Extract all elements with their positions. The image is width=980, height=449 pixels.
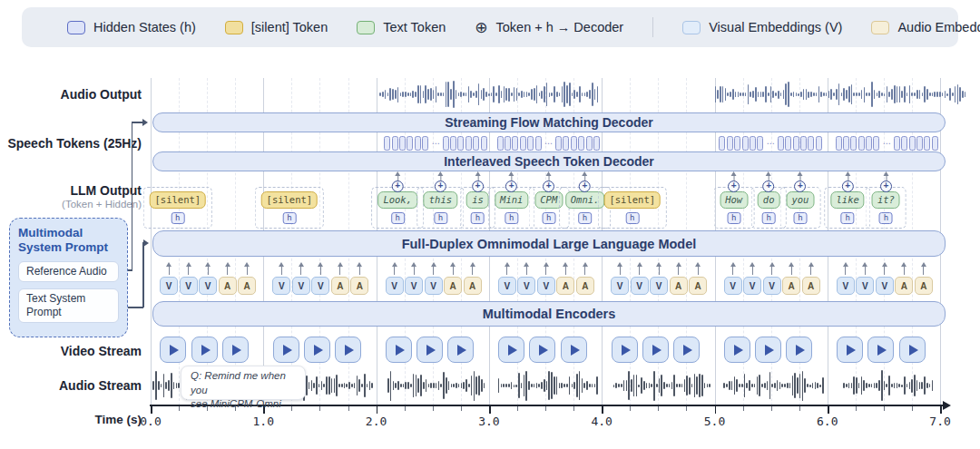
token-pill: Look,	[377, 191, 417, 209]
embedding-cell: V	[405, 262, 423, 295]
waveform-segment	[387, 368, 489, 403]
text-system-prompt-item: Text System Prompt	[18, 288, 119, 323]
time-tick-minor	[405, 406, 406, 411]
row-label-video-stream: Video Stream	[0, 344, 142, 358]
embedding-up-arrow-line	[506, 267, 507, 275]
embedding-up-arrow-line	[884, 267, 885, 275]
video-frame-button	[561, 337, 587, 363]
diagram-canvas: Hidden States (h)[silent] TokenText Toke…	[0, 0, 980, 449]
text-token-swatch-icon	[357, 21, 375, 34]
embedding-up-arrow-line	[300, 267, 301, 275]
embedding-cell: V	[517, 262, 535, 295]
speech-token	[866, 136, 872, 151]
speech-token	[422, 136, 428, 151]
token-pill: is	[466, 191, 489, 209]
embedding-group: VVVAA	[386, 262, 482, 295]
hidden-state-box: h	[391, 212, 405, 224]
embedding-cell: V	[272, 262, 290, 295]
play-icon	[396, 345, 405, 356]
visual-embeddings-swatch-icon	[682, 21, 701, 34]
visual-embedding-box: V	[311, 277, 329, 295]
llm-token-silent: [silent]h	[143, 187, 213, 229]
play-icon	[622, 345, 631, 356]
time-tick-minor	[799, 406, 800, 411]
speech-token	[571, 136, 577, 151]
play-icon	[652, 345, 662, 356]
speech-token	[578, 136, 584, 151]
hidden-state-box: h	[578, 212, 592, 224]
token-group-box: youh	[779, 187, 820, 229]
embedding-group: VVVAA	[160, 262, 256, 295]
time-tick-minor	[433, 406, 434, 411]
embedding-cell: V	[856, 262, 874, 295]
play-icon	[765, 345, 774, 356]
speech-token	[527, 136, 534, 151]
embedding-cell: V	[650, 262, 668, 295]
embedding-group: VVVAA	[837, 262, 933, 295]
embedding-up-arrow-line	[923, 267, 924, 275]
legend-label: Audio Embeddings (A)	[897, 20, 980, 34]
embedding-up-arrow-line	[453, 267, 454, 275]
speech-token-segment: ⋯	[836, 135, 933, 151]
video-frame-button	[191, 337, 218, 363]
speech-token	[555, 136, 562, 151]
speech-token	[443, 136, 449, 151]
play-icon	[283, 345, 292, 356]
speech-token	[415, 136, 421, 151]
legend-label: Token + h → Decoder	[496, 20, 624, 34]
embedding-up-arrow-line	[904, 267, 905, 275]
video-frame-button	[612, 337, 638, 363]
embedding-group: VVVAA	[611, 262, 707, 295]
play-icon	[847, 345, 856, 356]
speech-token	[793, 136, 799, 151]
time-tick-minor	[856, 406, 857, 411]
speech-token	[719, 136, 725, 151]
token-group-box: Look,h	[371, 187, 424, 229]
plus-circle-icon: ⊕	[475, 21, 487, 34]
embedding-up-arrow-line	[791, 267, 792, 275]
row-label-llm-output-sub: (Token + Hidden)	[0, 199, 142, 210]
connector-text-prompt-v	[142, 242, 144, 307]
time-tick-minor	[517, 406, 518, 411]
time-tick-major	[828, 406, 829, 414]
visual-embedding-box: V	[611, 277, 629, 295]
token-pill: Mini	[495, 191, 528, 209]
llm-token-text: +Howh	[713, 187, 754, 229]
legend-label: [silent] Token	[251, 20, 328, 34]
plus-circle-icon: +	[505, 181, 517, 192]
visual-embedding-box: V	[724, 277, 742, 295]
audio-embedding-box: A	[444, 277, 462, 295]
token-group-box: [silent]h	[597, 187, 667, 229]
time-tick-label: 7.0	[925, 415, 956, 428]
row-label-llm-output: LLM Output	[0, 183, 142, 198]
speech-token	[457, 136, 464, 151]
visual-embedding-box: V	[650, 277, 668, 295]
speech-token	[858, 136, 865, 151]
llm-token-silent: [silent]h	[255, 187, 325, 229]
embedding-up-arrow-line	[359, 267, 360, 275]
embedding-cell: V	[386, 262, 404, 295]
speech-token	[497, 136, 504, 151]
speech-token	[727, 136, 733, 151]
silent-token-swatch-icon	[225, 21, 243, 34]
legend-item-silent-token: [silent] Token	[225, 20, 328, 34]
row-label-time: Time (s)	[0, 413, 142, 426]
video-frame-button	[335, 337, 361, 363]
embedding-cell: A	[556, 262, 574, 295]
time-tick-minor	[771, 406, 772, 411]
play-icon	[571, 345, 580, 356]
embedding-cell: V	[724, 262, 742, 295]
play-icon	[539, 345, 548, 356]
visual-embedding-box: V	[425, 277, 443, 295]
visual-embedding-box: V	[160, 277, 178, 295]
play-icon	[877, 345, 887, 356]
llm-token-text: +thish	[417, 187, 464, 229]
embedding-up-arrow-line	[394, 267, 395, 275]
embedding-up-arrow-line	[526, 267, 527, 275]
token-group-box: it?h	[866, 187, 906, 229]
video-frame-button	[867, 337, 894, 363]
hidden-state-box: h	[282, 212, 296, 224]
system-prompt-title: Multimodal System Prompt	[18, 226, 119, 255]
streaming-flow-matching-decoder-bar: Streaming Flow Matching Decoder	[152, 112, 946, 132]
speech-token	[924, 136, 930, 151]
